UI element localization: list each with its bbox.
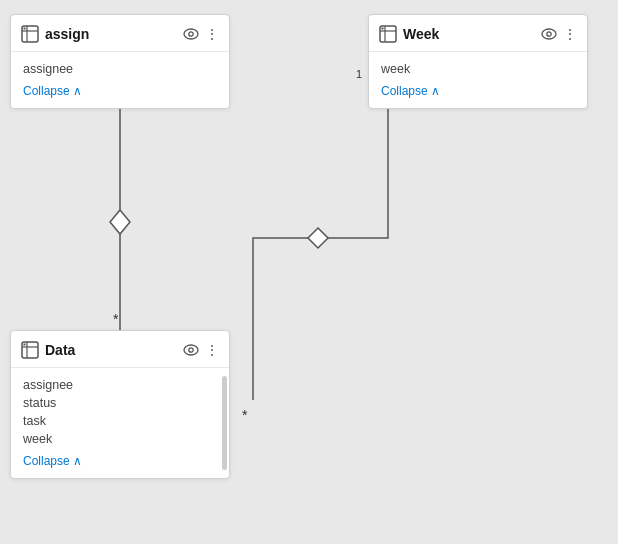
week-to-data-path [253,90,388,400]
week-collapse-label: Collapse [381,84,428,98]
svg-rect-15 [24,344,26,346]
week-node: Week ⋮ week Collapse ∧ [368,14,588,109]
svg-point-16 [184,345,198,355]
assign-to-data-to-label: * [113,311,119,327]
week-to-data-diamond [308,228,328,248]
data-node-actions: ⋮ [183,342,219,358]
week-table-icon [379,25,397,43]
assign-node-title: assign [45,26,183,42]
svg-point-4 [184,29,198,39]
data-scrollbar[interactable] [222,376,227,470]
assign-collapse-link[interactable]: Collapse ∧ [23,84,217,98]
assign-table-icon [21,25,39,43]
week-to-data-from-label: 1 [356,68,362,80]
data-node-title: Data [45,342,183,358]
assign-node-header: assign ⋮ [11,15,229,52]
week-collapse-icon: ∧ [431,84,440,98]
svg-point-17 [189,348,193,352]
data-collapse-icon: ∧ [73,454,82,468]
week-more-icon[interactable]: ⋮ [563,26,577,42]
assign-collapse-icon: ∧ [73,84,82,98]
assign-more-icon[interactable]: ⋮ [205,26,219,42]
diagram-canvas: 1 * 1 * assign [0,0,618,544]
week-node-title: Week [403,26,541,42]
week-eye-icon[interactable] [541,28,557,40]
data-collapse-link[interactable]: Collapse ∧ [23,454,217,468]
week-collapse-link[interactable]: Collapse ∧ [381,84,575,98]
assign-node: assign ⋮ assignee Collapse ∧ [10,14,230,109]
week-node-actions: ⋮ [541,26,577,42]
svg-rect-9 [382,28,384,30]
assign-eye-icon[interactable] [183,28,199,40]
assign-field-assignee: assignee [23,60,217,78]
data-eye-icon[interactable] [183,344,199,356]
data-collapse-label: Collapse [23,454,70,468]
data-node-body: assignee status task week Collapse ∧ [11,368,229,478]
assign-collapse-label: Collapse [23,84,70,98]
svg-point-10 [542,29,556,39]
week-field-week: week [381,60,575,78]
week-to-data-to-label: * [242,407,248,423]
week-node-header: Week ⋮ [369,15,587,52]
data-field-status: status [23,394,217,412]
data-field-week: week [23,430,217,448]
assign-node-actions: ⋮ [183,26,219,42]
week-node-body: week Collapse ∧ [369,52,587,108]
data-node: Data ⋮ assignee status task week Collaps… [10,330,230,479]
svg-point-11 [547,32,551,36]
data-field-task: task [23,412,217,430]
data-field-assignee: assignee [23,376,217,394]
assign-to-data-diamond [110,210,130,234]
svg-point-5 [189,32,193,36]
data-more-icon[interactable]: ⋮ [205,342,219,358]
data-node-header: Data ⋮ [11,331,229,368]
data-table-icon [21,341,39,359]
svg-rect-3 [24,28,26,30]
assign-node-body: assignee Collapse ∧ [11,52,229,108]
